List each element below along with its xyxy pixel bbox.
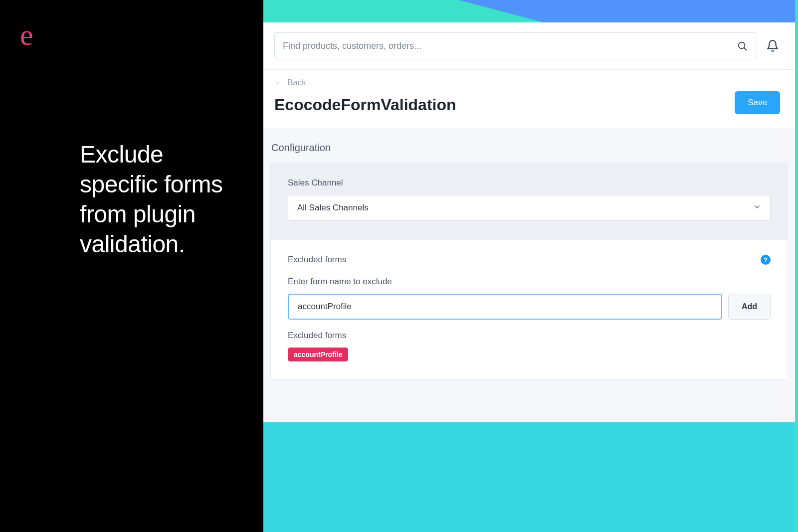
logo-letter: e [20, 20, 243, 50]
search-wrap[interactable] [274, 32, 757, 59]
app-panel: ← Back EcocodeFormValidation Save Config… [263, 0, 798, 532]
sales-channel-value: All Sales Channels [297, 203, 369, 213]
content-area: Configuration Sales Channel All Sales Ch… [263, 128, 795, 422]
save-button[interactable]: Save [735, 91, 780, 114]
search-input[interactable] [283, 41, 736, 51]
search-icon[interactable] [736, 39, 749, 52]
sales-channel-select[interactable]: All Sales Channels [288, 195, 771, 221]
excluded-tag[interactable]: accountProfile [288, 348, 348, 361]
excluded-list-label: Excluded forms [288, 331, 771, 341]
promo-headline: Exclude specific forms from plugin valid… [80, 140, 243, 259]
add-button[interactable]: Add [728, 294, 771, 320]
help-icon[interactable]: ? [761, 255, 771, 265]
page-header: ← Back EcocodeFormValidation Save [263, 70, 795, 128]
section-title: Configuration [270, 142, 788, 154]
page-title: EcocodeFormValidation [274, 96, 456, 114]
notifications-icon[interactable] [765, 38, 780, 53]
promo-panel: e Exclude specific forms from plugin val… [0, 0, 263, 532]
sales-channel-label: Sales Channel [288, 178, 771, 188]
excluded-forms-block: Excluded forms ? Enter form name to excl… [271, 240, 788, 379]
arrow-left-icon: ← [274, 78, 283, 87]
config-card: Sales Channel All Sales Channels Exclude… [270, 163, 788, 380]
excluded-forms-label: Excluded forms [288, 255, 346, 265]
enter-form-label: Enter form name to exclude [288, 277, 771, 287]
excluded-tags-list: accountProfile [288, 343, 771, 361]
add-form-row: Add [288, 294, 771, 320]
decoration-teal-right [795, 0, 798, 532]
app-window: ← Back EcocodeFormValidation Save Config… [263, 22, 795, 422]
decoration-teal-bottom [263, 422, 798, 532]
form-name-input[interactable] [288, 294, 722, 320]
topbar [263, 22, 795, 70]
back-link[interactable]: ← Back [274, 78, 456, 88]
back-label: Back [287, 78, 306, 88]
svg-line-1 [744, 48, 747, 50]
chevron-down-icon [753, 203, 761, 213]
sales-channel-block: Sales Channel All Sales Channels [271, 163, 788, 240]
